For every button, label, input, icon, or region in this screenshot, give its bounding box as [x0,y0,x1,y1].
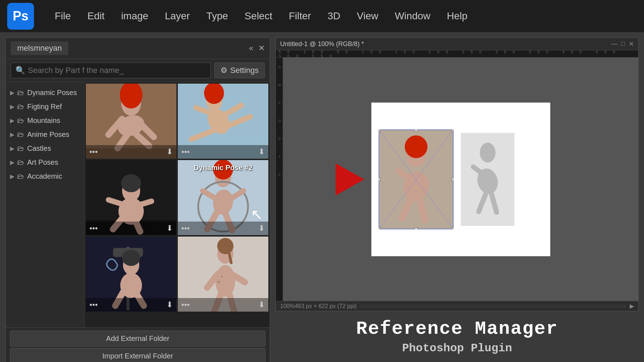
canvas-area: O M C O D A C [276,58,638,301]
folder-icon: 🗁 [17,144,24,153]
download-button-6[interactable]: ⬇ [258,300,265,309]
menu-type[interactable]: Type [200,8,235,25]
download-button-1[interactable]: ⬇ [166,147,173,157]
menu-3d[interactable]: 3D [321,8,347,25]
menu-bar: Ps File Edit image Layer Type Select Fil… [0,0,644,32]
svg-point-72 [480,143,496,163]
chevron-right-icon: ▶ [10,145,14,152]
canvas-selected-image[interactable] [379,129,454,229]
image-cell-2[interactable]: ••• ⬇ [178,84,268,159]
canvas-ghost-image [461,133,514,226]
minimize-button[interactable]: — [611,40,618,48]
menu-file[interactable]: File [48,8,77,25]
sidebar-item-anime-poses[interactable]: ▶ 🗁 Anime Poses [6,128,84,142]
restore-button[interactable]: □ [621,40,625,48]
sidebar-item-label: Mountains [27,116,60,125]
sidebar-item-dynamic-poses[interactable]: ▶ 🗁 Dynamic Poses [6,86,84,100]
menu-window[interactable]: Window [388,8,437,25]
image-cell-5[interactable]: ••• ⬇ [86,237,176,312]
chevron-right-icon: ▶ [10,173,14,180]
chevron-right-icon: ▶ [10,131,14,138]
transform-handle-br[interactable] [452,228,454,229]
transform-handle-ml[interactable] [379,178,380,181]
image-cell-4[interactable]: Dynamic Pose #2 ↖ ••• ⬇ [178,160,268,235]
transform-handle-bm[interactable] [415,228,418,229]
red-arrow [336,163,364,195]
sidebar-item-label: Anime Poses [27,130,69,139]
image-cell-3[interactable]: ••• ⬇ [86,160,176,235]
menu-help[interactable]: Help [440,8,474,25]
sidebar-item-label: Figting Ref [27,103,62,111]
panel-header: melsmneyan « ✕ [6,38,270,59]
menu-filter[interactable]: Filter [282,8,317,25]
svg-point-39 [122,250,140,266]
close-button[interactable]: ✕ [258,44,265,53]
image-bottom-bar-4: ••• ⬇ [178,222,268,235]
add-external-folder-button[interactable]: Add External Folder [10,331,265,347]
folder-icon: 🗁 [17,89,24,97]
download-button-4[interactable]: ⬇ [258,224,265,233]
ps-window-buttons: — □ ✕ [611,40,634,48]
transform-handle-bl[interactable] [379,228,380,229]
sidebar-item-figting-ref[interactable]: ▶ 🗁 Figting Ref [6,100,84,114]
transform-handle-mr[interactable] [452,178,454,181]
image-bottom-bar-2: ••• ⬇ [178,145,268,159]
search-input[interactable] [28,66,206,75]
menu-edit[interactable]: Edit [81,8,111,25]
settings-button[interactable]: ⚙ Settings [214,63,265,78]
svg-text:C: C [278,101,281,105]
panel-footer: Add External Folder Import External Fold… [6,327,270,362]
svg-text:O: O [278,119,280,123]
vertical-ruler-svg: O M C O D A C [276,58,283,301]
download-button-2[interactable]: ⬇ [258,147,265,157]
ps-titlebar: Untitled-1 @ 100% (RGB/8) * — □ ✕ [276,38,638,50]
photoshop-logo: Ps [7,3,34,30]
folder-icon: 🗁 [17,158,24,167]
download-button-5[interactable]: ⬇ [166,300,173,309]
menu-select[interactable]: Select [238,8,279,25]
image-cell-1[interactable]: ••• ⬇ [86,84,176,159]
plugin-panel: melsmneyan « ✕ 🔍 ⚙ Settings ▶ 🗁 [5,38,270,362]
close-window-button[interactable]: ✕ [629,40,634,48]
transform-handle-tl[interactable] [379,129,380,131]
svg-point-45 [217,238,234,254]
svg-text:O: O [278,65,280,69]
dots-button-2[interactable]: ••• [181,147,190,157]
brand-subtitle: Photoshop Plugin [402,342,512,355]
dots-button-1[interactable]: ••• [89,147,98,157]
dots-button-3[interactable]: ••• [89,224,98,233]
ps-window: Untitled-1 @ 100% (RGB/8) * — □ ✕ 50 100… [275,38,639,311]
dimensions-text: 463 px × 622 px (72 ppi) [295,303,357,309]
transform-handle-tm[interactable] [415,129,418,131]
folder-icon: 🗁 [17,172,24,180]
download-button-3[interactable]: ⬇ [166,224,173,233]
canvas-image-svg [379,130,453,229]
dots-button-5[interactable]: ••• [89,300,98,309]
image-bottom-bar-6: ••• ⬇ [178,298,268,312]
horizontal-scrollbar[interactable] [360,304,626,308]
collapse-button[interactable]: « [249,44,253,53]
chevron-right-icon: ▶ [10,159,14,166]
dots-button-4[interactable]: ••• [181,224,190,233]
folder-icon: 🗁 [17,103,24,111]
svg-point-64 [405,135,428,158]
menu-layer[interactable]: Layer [158,8,196,25]
menu-view[interactable]: View [350,8,385,25]
right-area: Untitled-1 @ 100% (RGB/8) * — □ ✕ 50 100… [275,32,644,362]
brand-title: Reference Manager [356,318,558,339]
canvas-ghost-svg [461,133,514,226]
sidebar-item-label: Art Poses [27,158,58,167]
dots-button-6[interactable]: ••• [181,300,190,309]
import-external-folder-button[interactable]: Import External Folder [10,348,265,362]
ps-window-title: Untitled-1 @ 100% (RGB/8) * [280,40,364,48]
panel-controls: « ✕ [249,44,265,53]
sidebar-item-art-poses[interactable]: ▶ 🗁 Art Poses [6,155,84,169]
gear-icon: ⚙ [220,66,228,75]
transform-handle-tr[interactable] [452,129,454,131]
sidebar-item-castles[interactable]: ▶ 🗁 Castles [6,142,84,155]
svg-text:A: A [278,155,280,158]
sidebar-item-accademic[interactable]: ▶ 🗁 Accademic [6,169,84,183]
image-cell-6[interactable]: ∞ ✦ ••• ⬇ [178,237,268,312]
sidebar-item-mountains[interactable]: ▶ 🗁 Mountains [6,114,84,128]
menu-image[interactable]: image [114,8,155,25]
